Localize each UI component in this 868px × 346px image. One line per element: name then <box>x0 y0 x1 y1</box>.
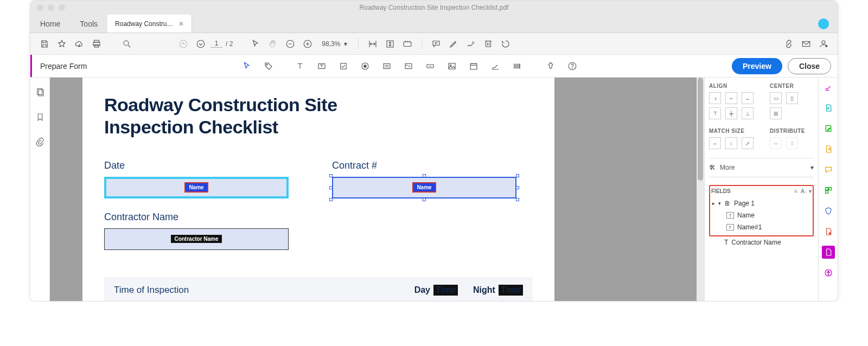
align-top-icon[interactable]: ⊤ <box>709 107 721 119</box>
email-icon[interactable] <box>799 36 814 52</box>
center-v-icon[interactable]: ▯ <box>786 92 798 104</box>
barcode-tool[interactable] <box>509 58 525 74</box>
radio-tool[interactable] <box>357 58 373 74</box>
fill-sign-icon[interactable] <box>822 225 835 238</box>
align-bottom-icon[interactable]: ⊥ <box>742 107 754 119</box>
protect-icon[interactable] <box>822 204 835 217</box>
left-rail: ▸ <box>30 78 50 301</box>
form-help-icon[interactable] <box>564 58 580 74</box>
select-tool-icon[interactable] <box>248 36 263 52</box>
center-both-icon[interactable]: ⊞ <box>770 107 782 119</box>
thumbnails-icon[interactable] <box>35 87 45 99</box>
bookmark-icon[interactable] <box>35 112 45 124</box>
page-current[interactable]: 1 <box>210 40 222 48</box>
sign-tool-icon[interactable] <box>822 81 835 94</box>
match-width-icon[interactable]: ↔ <box>709 137 721 149</box>
avatar[interactable] <box>818 18 829 29</box>
minimize-dot[interactable] <box>48 4 54 11</box>
zoom-in-icon[interactable] <box>300 36 315 52</box>
align-left-icon[interactable]: ⫞ <box>709 92 721 104</box>
traffic-lights[interactable] <box>37 4 65 11</box>
cloud-icon[interactable] <box>72 36 87 52</box>
find-icon[interactable] <box>119 36 135 52</box>
text-field-tool[interactable] <box>292 58 308 74</box>
zoom-dot[interactable] <box>59 4 65 11</box>
document-canvas[interactable]: Roadway Construction Site Inspection Che… <box>50 78 697 301</box>
distribute-v-icon[interactable]: ⇕ <box>786 137 798 149</box>
date-field[interactable]: Name <box>104 177 289 198</box>
accessibility-icon[interactable] <box>822 266 835 279</box>
scrollbar-thumb[interactable] <box>698 78 703 181</box>
zoom-level[interactable]: 98,3% ▾ <box>317 40 352 48</box>
dropdown-tool[interactable] <box>400 58 417 74</box>
text-box-tool[interactable] <box>314 58 330 74</box>
page-down-icon[interactable] <box>193 36 208 52</box>
draw-icon[interactable] <box>463 36 478 52</box>
svg-rect-23 <box>384 63 390 68</box>
organize-icon[interactable] <box>822 184 835 197</box>
distribute-h-icon[interactable]: ⇔ <box>770 137 782 149</box>
page-up-icon[interactable] <box>176 36 191 52</box>
align-middle-icon[interactable]: ╪ <box>725 107 737 119</box>
tab-document[interactable]: Roadway Constru… ✕ <box>107 15 192 33</box>
select-field-tool[interactable] <box>239 58 255 74</box>
vertical-scrollbar[interactable] <box>697 78 704 301</box>
field-node-name1[interactable]: T Name#1 <box>711 221 812 233</box>
close-button[interactable]: Close <box>788 58 831 74</box>
close-dot[interactable] <box>37 4 43 11</box>
main-toolbar: 1 / 2 98,3% ▾ <box>30 33 838 55</box>
app-window: Roadway Construction Site Inspection Che… <box>30 0 838 302</box>
more-dropdown[interactable]: 🛠 More ▾ <box>709 164 814 171</box>
hand-tool-icon[interactable] <box>265 36 280 52</box>
svg-point-16 <box>822 41 825 44</box>
export-pdf-icon[interactable] <box>822 143 835 156</box>
preview-button[interactable]: Preview <box>732 58 782 74</box>
center-h-icon[interactable]: ▭ <box>770 92 782 104</box>
fit-width-icon[interactable] <box>365 36 380 52</box>
distribute-header: DISTRIBUTE <box>770 128 805 134</box>
link-icon[interactable] <box>781 36 796 52</box>
day-option[interactable]: DayTime <box>414 285 458 296</box>
tab-home[interactable]: Home <box>30 15 70 33</box>
contract-field[interactable]: Name <box>332 177 516 198</box>
print-icon[interactable] <box>89 36 104 52</box>
comment-icon[interactable] <box>429 36 444 52</box>
fields-header-label: FIELDS <box>711 188 731 194</box>
align-center-h-icon[interactable]: ⫟ <box>725 92 737 104</box>
fit-page-icon[interactable] <box>382 36 398 52</box>
rotate-icon[interactable] <box>498 36 513 52</box>
sort-az-icon[interactable]: A↓ ▾ <box>801 188 812 194</box>
night-option[interactable]: NightTime <box>473 285 523 296</box>
pin-tool[interactable] <box>542 58 559 74</box>
tab-close-icon[interactable]: ✕ <box>178 20 184 28</box>
save-icon[interactable] <box>37 36 52 52</box>
field-node-name[interactable]: T Name <box>711 209 812 221</box>
signature-tool[interactable] <box>487 58 503 74</box>
zoom-out-icon[interactable] <box>283 36 298 52</box>
share-icon[interactable] <box>816 36 831 52</box>
align-right-icon[interactable]: ⫠ <box>742 92 754 104</box>
erase-icon[interactable] <box>481 36 496 52</box>
tab-tools[interactable]: Tools <box>70 15 107 33</box>
date-tool[interactable] <box>465 58 482 74</box>
image-tool[interactable] <box>444 58 460 74</box>
comment-tool-icon[interactable] <box>822 163 835 176</box>
contractor-field[interactable]: Contractor Name <box>104 228 289 250</box>
sort-order-icon[interactable]: ≡ <box>794 188 797 194</box>
prepare-form-icon[interactable] <box>822 246 835 259</box>
read-mode-icon[interactable] <box>400 36 415 52</box>
attachment-icon[interactable] <box>35 137 45 149</box>
fields-page-node[interactable]: ▸▾ 🗎 Page 1 <box>711 197 812 209</box>
match-both-icon[interactable]: ⤢ <box>742 137 754 149</box>
contract-label: Contract # <box>332 160 516 171</box>
match-height-icon[interactable]: ↕ <box>725 137 737 149</box>
field-node-contractor[interactable]: T Contractor Name <box>709 236 814 246</box>
list-tool[interactable] <box>379 58 395 74</box>
checkbox-tool[interactable] <box>335 58 352 74</box>
star-icon[interactable] <box>54 36 69 52</box>
highlight-icon[interactable] <box>446 36 461 52</box>
tag-tool[interactable] <box>260 58 277 74</box>
create-pdf-icon[interactable] <box>822 101 835 114</box>
button-tool[interactable]: OK <box>422 58 438 74</box>
edit-pdf-icon[interactable] <box>822 122 835 135</box>
